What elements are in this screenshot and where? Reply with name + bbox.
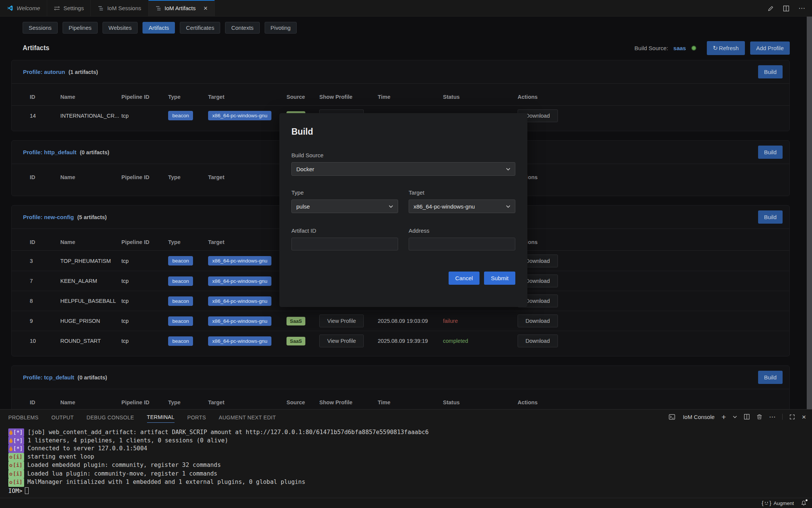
view-profile-button[interactable]: View Profile <box>319 315 364 327</box>
terminal-prompt-line: IOM> <box>8 487 812 496</box>
panel-tab-terminal[interactable]: TERMINAL <box>147 411 175 423</box>
launch-profile-chevron-icon[interactable] <box>733 416 737 418</box>
status-text: completed <box>443 338 468 344</box>
terminal-body[interactable]: [*][job] web_content_add_artifact: artif… <box>0 424 812 495</box>
close-icon[interactable]: × <box>204 5 208 12</box>
augment-status-item[interactable]: {} Augment <box>762 500 794 506</box>
tab-label: Welcome <box>17 5 40 11</box>
kill-terminal-trash-icon[interactable] <box>757 414 762 420</box>
type-field-label: Type <box>291 189 398 196</box>
column-header: Show Profile <box>319 94 378 100</box>
augment-label: Augment <box>774 500 794 506</box>
flame-icon <box>9 438 13 443</box>
column-header: Type <box>168 399 208 405</box>
panel-tab-augment-next-edit[interactable]: AUGMENT NEXT EDIT <box>219 411 276 423</box>
panel-more-icon[interactable]: ⋯ <box>769 414 775 420</box>
nav-tab-artifacts[interactable]: Artifacts <box>142 22 175 34</box>
column-header: Actions <box>518 94 778 100</box>
submit-button[interactable]: Submit <box>484 272 515 285</box>
type-badge: beacon <box>168 276 193 286</box>
editor-tab-iom-sessions[interactable]: IoM Sessions <box>91 0 148 16</box>
profile-section-header: Profile: tcp_default (0 artifacts) Build <box>12 366 789 389</box>
profile-section: Profile: tcp_default (0 artifacts) Build… <box>11 365 790 409</box>
terminal-text: starting event loop <box>28 453 94 460</box>
cancel-button[interactable]: Cancel <box>449 272 480 285</box>
column-header: Actions <box>518 399 778 405</box>
flame-badge: [*] <box>8 437 24 445</box>
flame-icon <box>9 446 13 451</box>
nav-tab-sessions[interactable]: Sessions <box>23 22 58 34</box>
chevron-down-icon <box>506 168 510 170</box>
cell-id: 9 <box>30 318 60 324</box>
terminal-line: ✿[i]Loaded lua plugin: community-move, r… <box>8 470 812 479</box>
nav-tab-pipelines[interactable]: Pipelines <box>63 22 98 34</box>
target-badge: x86_64-pc-windows-gnu <box>208 336 271 346</box>
build-button[interactable]: Build <box>758 210 783 224</box>
crab-badge: ✿[i] <box>8 478 24 487</box>
build-button[interactable]: Build <box>758 371 783 384</box>
build-button[interactable]: Build <box>758 65 783 78</box>
split-terminal-icon[interactable] <box>744 414 750 420</box>
profile-section-header: Profile: autorun (1 artifacts) Build <box>12 60 789 84</box>
editor-tab-bar: WelcomeSettingsIoM SessionsIoM Artifacts… <box>0 0 812 17</box>
target-select[interactable]: x86_64-pc-windows-gnu <box>409 200 515 213</box>
pencil-icon[interactable] <box>768 5 774 12</box>
column-header: Time <box>378 94 443 100</box>
type-badge: beacon <box>168 316 193 326</box>
view-profile-button[interactable]: View Profile <box>319 335 364 347</box>
crab-badge: ✿[i] <box>8 461 24 470</box>
target-badge: x86_64-pc-windows-gnu <box>208 111 271 120</box>
table-row: 9 HUGE_PRISON tcp beacon x86_64-pc-windo… <box>12 311 789 331</box>
editor-tab-welcome[interactable]: Welcome <box>0 0 47 16</box>
editor-tab-settings[interactable]: Settings <box>47 0 91 16</box>
panel-tab-ports[interactable]: PORTS <box>187 411 206 423</box>
address-field-label: Address <box>409 227 515 234</box>
panel-tab-output[interactable]: OUTPUT <box>51 411 74 423</box>
cell-id: 14 <box>30 113 60 119</box>
nav-tab-certificates[interactable]: Certificates <box>180 22 220 34</box>
refresh-button[interactable]: ↻Refresh <box>707 41 745 55</box>
build-button[interactable]: Build <box>758 146 783 159</box>
maximize-panel-icon[interactable] <box>789 414 795 420</box>
close-panel-icon[interactable]: × <box>802 413 806 421</box>
cell-pipeline-id: tcp <box>121 278 168 284</box>
terminal-line: ✿[i]MalManager initialized with 1 embedd… <box>8 478 812 487</box>
more-actions-icon[interactable]: ⋯ <box>798 4 805 12</box>
nav-tab-pivoting[interactable]: Pivoting <box>265 22 297 34</box>
crab-icon: ✿ <box>9 455 12 460</box>
artifact-id-input[interactable] <box>291 238 398 250</box>
page-title: Artifacts <box>23 44 49 52</box>
terminal-line: [*]Connected to server 127.0.0.1:5004 <box>8 445 812 453</box>
add-profile-button[interactable]: Add Profile <box>750 41 790 55</box>
panel-controls: IoM Console + ⋯ × <box>669 410 806 424</box>
scrollbar-thumb[interactable] <box>807 17 812 409</box>
column-header: ID <box>30 174 60 180</box>
panel-tab-debug-console[interactable]: DEBUG CONSOLE <box>87 411 134 423</box>
profile-link[interactable]: Profile: new-config <box>23 214 74 220</box>
column-header: Target <box>208 399 286 405</box>
split-editor-icon[interactable] <box>783 5 789 12</box>
notifications-bell-icon[interactable] <box>801 500 807 506</box>
type-select[interactable]: pulse <box>291 200 398 213</box>
address-input[interactable] <box>409 238 515 250</box>
build-source-value[interactable]: saas <box>673 45 686 51</box>
list-tree-icon <box>155 5 161 11</box>
profile-link[interactable]: Profile: http_default <box>23 149 77 155</box>
build-modal: Build Build Source Docker Type Target pu… <box>279 113 527 307</box>
download-button[interactable]: Download <box>518 315 558 327</box>
editor-tab-iom-artifacts[interactable]: IoM Artifacts× <box>149 0 215 16</box>
new-terminal-icon[interactable]: + <box>722 413 726 421</box>
column-header: Pipeline ID <box>121 94 168 100</box>
profile-link[interactable]: Profile: tcp_default <box>23 374 74 381</box>
column-header: Name <box>60 174 121 180</box>
download-button[interactable]: Download <box>518 335 558 347</box>
profile-link[interactable]: Profile: autorun <box>23 69 65 75</box>
nav-tab-websites[interactable]: Websites <box>103 22 138 34</box>
nav-tab-contexts[interactable]: Contexts <box>225 22 259 34</box>
cell-name: HUGE_PRISON <box>60 318 121 324</box>
column-header: Name <box>60 239 121 245</box>
build-source-select[interactable]: Docker <box>291 162 515 176</box>
panel-tab-problems[interactable]: PROBLEMS <box>8 411 38 423</box>
tab-label: Settings <box>63 5 84 11</box>
bottom-panel: PROBLEMSOUTPUTDEBUG CONSOLETERMINALPORTS… <box>0 409 812 498</box>
